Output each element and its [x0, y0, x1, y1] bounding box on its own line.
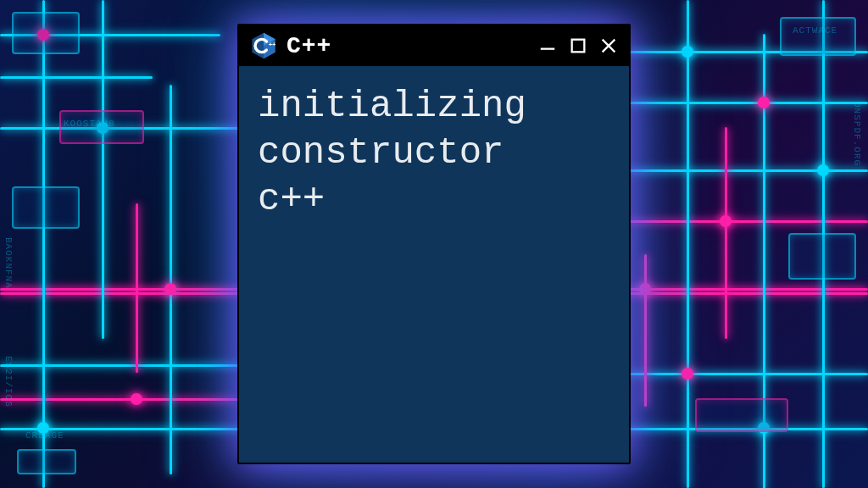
svg-rect-6 [572, 40, 585, 53]
terminal-line: constructor [258, 130, 610, 176]
window-controls [537, 36, 619, 56]
terminal-line: initializing [258, 83, 610, 130]
terminal-line: c++ [258, 176, 610, 223]
bg-label: ACTWACE [793, 25, 837, 36]
close-button[interactable] [598, 36, 619, 56]
bg-label: KOOSTAH8 [64, 119, 115, 129]
minimize-button[interactable] [537, 36, 558, 56]
maximize-button[interactable] [568, 36, 588, 56]
titlebar: + + C++ [239, 25, 629, 66]
bg-label: DNSPDF.ORG [852, 102, 862, 166]
cpp-icon: + + [249, 31, 278, 60]
terminal-window: + + C++ initializing constructor c++ [237, 24, 631, 464]
svg-text:+: + [272, 42, 275, 47]
bg-label: ES2I/ICS [3, 356, 14, 408]
terminal-content: initializing constructor c++ [239, 66, 629, 463]
bg-label: CRSAGE [25, 430, 64, 441]
window-title: C++ [287, 33, 529, 59]
bg-label: BAOKNFNA [3, 237, 14, 289]
